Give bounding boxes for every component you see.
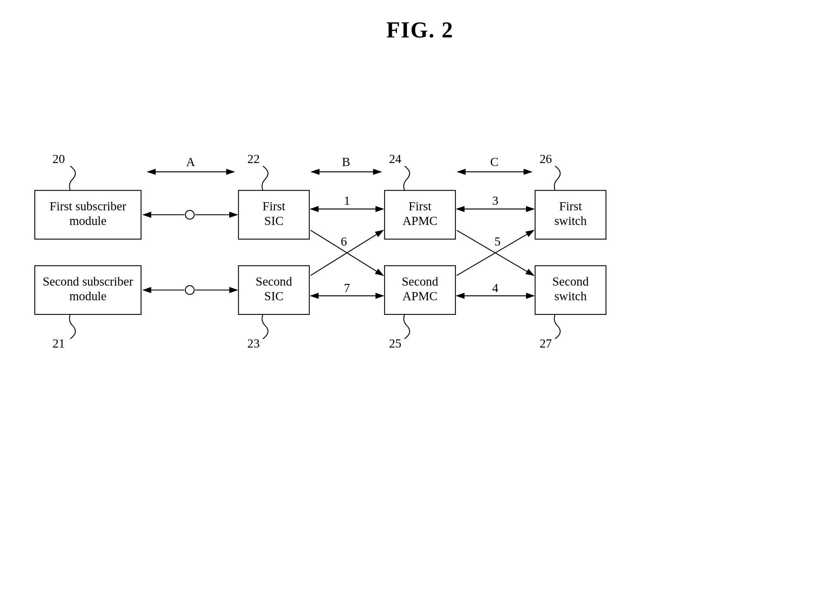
ref23-squiggle <box>262 314 268 339</box>
first-sic-label1: First <box>262 199 285 213</box>
first-switch-label1: First <box>559 199 582 213</box>
ref20-label: 20 <box>52 152 65 166</box>
second-sub-sic-circle <box>185 286 194 295</box>
ref24-squiggle <box>404 166 410 191</box>
second-switch-label2: switch <box>554 289 587 303</box>
ref25-label: 25 <box>389 336 401 350</box>
ref27-squiggle <box>554 314 560 339</box>
second-apmc-label1: Second <box>402 274 438 288</box>
ref20-squiggle <box>70 166 76 191</box>
second-subscriber-label: Second subscriber <box>43 274 133 288</box>
arrow-1-label: 1 <box>344 194 350 207</box>
ref27-label: 27 <box>539 336 552 350</box>
arrow-3-label: 3 <box>492 194 498 207</box>
first-sub-sic-circle <box>185 210 194 219</box>
second-switch-label1: Second <box>552 274 589 288</box>
arrow-4-label: 4 <box>492 281 498 295</box>
ref25-squiggle <box>404 314 410 339</box>
figure-title: FIG. 2 <box>0 0 840 43</box>
first-apmc-label2: APMC <box>403 214 438 228</box>
first-subscriber-label: First subscriber <box>49 199 126 213</box>
first-apmc-label1: First <box>409 199 431 213</box>
ref21-label: 21 <box>52 336 65 350</box>
ref26-squiggle <box>554 166 560 191</box>
ref22-squiggle <box>262 166 268 191</box>
second-apmc-label2: APMC <box>403 289 438 303</box>
second-sic-label1: Second <box>255 274 292 288</box>
arrow-5-label: 5 <box>494 234 500 248</box>
first-subscriber-label2: module <box>69 214 106 228</box>
first-sic-label2: SIC <box>264 214 283 228</box>
arrow-6-label: 6 <box>341 234 347 248</box>
diagram: First subscriber module Second subscribe… <box>22 86 818 516</box>
ref26-label: 26 <box>539 152 552 166</box>
ref22-label: 22 <box>247 152 260 166</box>
ref21-squiggle <box>70 314 76 339</box>
ref24-label: 24 <box>389 152 401 166</box>
second-subscriber-label2: module <box>69 289 106 303</box>
span-b-label: B <box>342 155 350 169</box>
span-a-label: A <box>186 155 195 169</box>
span-c-label: C <box>490 155 498 169</box>
arrow-7-label: 7 <box>344 281 350 295</box>
second-sic-label2: SIC <box>264 289 283 303</box>
first-switch-label2: switch <box>554 214 587 228</box>
ref23-label: 23 <box>247 336 260 350</box>
